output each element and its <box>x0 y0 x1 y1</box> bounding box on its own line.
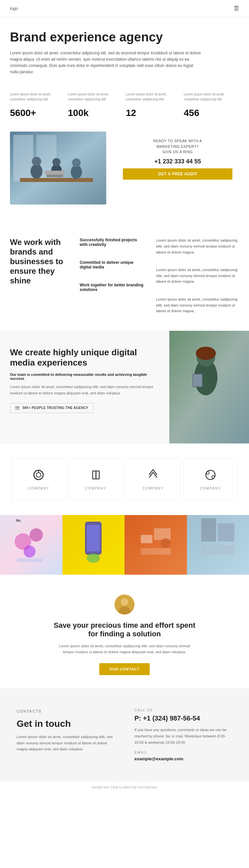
portfolio-item-3 <box>124 515 187 575</box>
contact-phone: +1 232 333 44 55 <box>123 158 232 165</box>
company-logo-1 <box>32 468 45 484</box>
digital-left: We create highly unique digital media ex… <box>0 331 169 443</box>
svg-point-19 <box>196 347 216 360</box>
work-items-right: Lorem ipsum dolor sit amet, consetetur s… <box>156 238 239 314</box>
stat-number-3: 12 <box>126 108 181 118</box>
svg-rect-25 <box>93 471 96 479</box>
work-heading: We work with brands and businesses to en… <box>10 238 70 285</box>
contacts-label: CONTACTS <box>17 708 114 715</box>
audit-button[interactable]: GET A FREE AUDIT <box>123 168 232 180</box>
company-name-2: COMPANY <box>85 487 107 490</box>
svg-rect-12 <box>45 171 65 175</box>
work-items-middle: Successfully finished projects with crea… <box>80 238 146 314</box>
contact-box: READY TO SPEAK WITH A MARKETING EXPERT? … <box>106 131 239 186</box>
svg-rect-45 <box>201 545 234 555</box>
get-in-touch-section: CONTACTS Get in touch Lorem ipsum dolor … <box>0 688 249 781</box>
portfolio-section: bn. <box>0 515 249 575</box>
svg-text:bn.: bn. <box>16 519 21 522</box>
work-item-3-title: Work together for better branding soluti… <box>80 283 146 292</box>
company-card-2: COMPANY <box>69 458 123 500</box>
portfolio-item-4 <box>187 515 249 575</box>
header: logo ☰ <box>0 0 249 17</box>
svg-point-29 <box>206 472 209 474</box>
svg-point-6 <box>32 157 41 166</box>
testimonial-section: Save your precious time and effort spent… <box>0 575 249 688</box>
footer: Sample text. Click to select the Text El… <box>0 781 249 793</box>
stats-desc-row: Lorem ipsum dolor sit amet, consetetur s… <box>0 85 249 105</box>
digital-section: We create highly unique digital media ex… <box>0 331 249 443</box>
contacts-left: CONTACTS Get in touch Lorem ipsum dolor … <box>10 702 121 768</box>
company-card-3: COMPANY <box>126 458 181 500</box>
work-section: We work with brands and businesses to en… <box>0 221 249 331</box>
work-item-1-title: Successfully finished projects with crea… <box>80 238 146 247</box>
company-card-1: COMPANY <box>11 458 66 500</box>
book-icon <box>89 468 103 482</box>
stats-desc-4: Lorem ipsum dolor sit amet, consetetur s… <box>184 92 239 102</box>
company-logo-4 <box>204 468 217 484</box>
stat-number-1: 5600+ <box>10 108 65 118</box>
svg-point-5 <box>31 164 43 179</box>
trust-badge: 30K+ PEOPLE TRUSTING THE AGENCY <box>10 403 93 413</box>
image-contact-section: READY TO SPEAK WITH A MARKETING EXPERT? … <box>0 131 249 221</box>
company-logo-3 <box>146 468 160 484</box>
stat-number-4: 456 <box>184 108 239 118</box>
company-logo-2 <box>89 468 103 484</box>
digital-text: Lorem ipsum dolor sit amet, consetetur s… <box>10 384 159 396</box>
digital-image <box>169 331 249 443</box>
work-item-2-title: Committed to deliver unique digital medi… <box>80 260 146 270</box>
call-label: CALL US <box>135 708 232 712</box>
stats-desc-1: Lorem ipsum dolor sit amet, consetetur s… <box>10 92 65 102</box>
company-name-1: COMPANY <box>28 487 49 490</box>
menu-icon[interactable]: ☰ <box>234 5 239 12</box>
testimonial-text: Lorem ipsum dolor sit amet, consetetur s… <box>58 643 191 655</box>
hero-section: Brand experience agency Lorem ipsum dolo… <box>0 17 249 85</box>
svg-point-47 <box>121 598 128 606</box>
get-in-touch-heading: Get in touch <box>17 718 114 729</box>
svg-point-42 <box>161 538 171 548</box>
email-address: example@example.com <box>135 756 232 761</box>
svg-rect-41 <box>141 548 171 555</box>
chevron-icon <box>146 468 160 482</box>
svg-rect-34 <box>16 558 43 562</box>
trust-text: 30K+ PEOPLE TRUSTING THE AGENCY <box>22 406 88 410</box>
stats-numbers-row: 5600+ 100k 12 456 <box>0 105 249 131</box>
svg-point-8 <box>52 158 60 166</box>
get-in-touch-desc: Lorem ipsum dolor sit amet, consetetur s… <box>17 734 114 752</box>
call-desc: If you have any questions, comments or i… <box>135 727 232 745</box>
svg-rect-26 <box>96 471 99 479</box>
svg-rect-21 <box>193 374 202 386</box>
svg-rect-37 <box>87 525 100 552</box>
svg-rect-43 <box>201 518 216 541</box>
contact-ready-text: READY TO SPEAK WITH A MARKETING EXPERT? … <box>123 138 232 155</box>
svg-rect-2 <box>13 135 33 181</box>
testimonial-heading: Save your precious time and effort spent… <box>50 621 199 638</box>
work-right-1: Lorem ipsum dolor sit amet, consetetur s… <box>156 238 239 255</box>
svg-point-38 <box>87 554 100 563</box>
work-right-2: Lorem ipsum dolor sit amet, consetetur s… <box>156 267 239 285</box>
svg-rect-40 <box>154 528 171 540</box>
portfolio-item-2 <box>62 515 125 575</box>
company-card-4: COMPANY <box>183 458 238 500</box>
portfolio-item-1: bn. <box>0 515 62 575</box>
digital-heading: We create highly unique digital media ex… <box>10 347 159 368</box>
work-item-2: Committed to deliver unique digital medi… <box>80 260 146 271</box>
svg-point-9 <box>71 165 82 179</box>
company-name-4: COMPANY <box>200 487 221 490</box>
logo: logo <box>10 6 18 11</box>
svg-point-13 <box>16 406 17 408</box>
companies-section: COMPANY COMPANY COMPANY <box>0 443 249 515</box>
svg-point-14 <box>18 406 19 408</box>
hero-title: Brand experience agency <box>10 30 239 45</box>
svg-point-30 <box>212 475 215 478</box>
stats-desc-3: Lorem ipsum dolor sit amet, consetetur s… <box>126 92 181 102</box>
our-contact-button[interactable]: OUR CONTACT <box>99 663 149 675</box>
svg-point-10 <box>72 158 81 167</box>
footer-text: Sample text. Click to select the Text El… <box>91 785 158 789</box>
work-item-1: Successfully finished projects with crea… <box>80 238 146 248</box>
email-label: EMAIL <box>135 751 232 754</box>
stats-desc-2: Lorem ipsum dolor sit amet, consetetur s… <box>68 92 123 102</box>
svg-rect-4 <box>20 178 93 182</box>
digital-subtitle: Our team is committed to delivering meas… <box>10 373 159 380</box>
svg-rect-39 <box>141 535 153 543</box>
svg-point-33 <box>24 546 35 557</box>
